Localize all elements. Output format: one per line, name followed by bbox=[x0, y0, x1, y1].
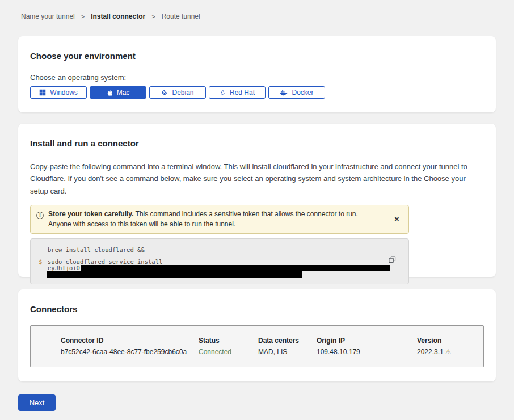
connectors-card-title: Connectors bbox=[30, 304, 484, 314]
close-icon[interactable]: ✕ bbox=[392, 216, 402, 223]
status-badge: Connected bbox=[199, 348, 258, 356]
os-button-label: Windows bbox=[50, 89, 78, 96]
debian-icon bbox=[161, 89, 168, 96]
breadcrumb-separator: > bbox=[151, 13, 155, 20]
page: Name your tunnel > Install connector > R… bbox=[0, 0, 514, 411]
code-line-token: eyJhIjoiO bbox=[48, 265, 397, 271]
os-button-group: Windows Mac Debian Red Hat bbox=[30, 86, 484, 99]
os-button-windows[interactable]: Windows bbox=[30, 86, 87, 99]
environment-card: Choose your environment Choose an operat… bbox=[18, 36, 496, 112]
redaction-bar bbox=[47, 271, 302, 278]
warning-text-bold: Store your token carefully. bbox=[48, 210, 134, 218]
code-command: $ sudo cloudflared service install eyJhI… bbox=[48, 259, 397, 278]
install-card: Install and run a connector Copy-paste t… bbox=[18, 124, 496, 277]
cell-version: 2022.3.1⚠ bbox=[417, 348, 483, 356]
code-line-brew: brew install cloudflared && bbox=[48, 247, 397, 253]
docker-icon bbox=[280, 90, 288, 96]
breadcrumb-route-tunnel[interactable]: Route tunnel bbox=[162, 12, 200, 20]
os-button-docker[interactable]: Docker bbox=[268, 86, 325, 99]
windows-icon bbox=[39, 89, 46, 96]
os-select-label: Choose an operating system: bbox=[30, 73, 484, 82]
col-header-version: Version bbox=[417, 337, 483, 345]
os-button-label: Mac bbox=[117, 89, 130, 96]
code-line-sudo: sudo cloudflared service install bbox=[48, 259, 397, 265]
cell-origin-ip: 109.48.10.179 bbox=[317, 348, 417, 356]
os-button-debian[interactable]: Debian bbox=[149, 86, 206, 99]
environment-card-title: Choose your environment bbox=[30, 51, 484, 61]
apple-icon bbox=[107, 89, 113, 96]
version-value: 2022.3.1 bbox=[417, 348, 444, 356]
warning-text: Store your token carefully. This command… bbox=[48, 209, 387, 229]
install-command-block: brew install cloudflared && $ sudo cloud… bbox=[30, 238, 409, 284]
col-header-origin-ip: Origin IP bbox=[317, 337, 417, 345]
copy-icon[interactable] bbox=[389, 256, 396, 265]
version-warning-icon: ⚠ bbox=[445, 348, 452, 356]
breadcrumb-name-your-tunnel[interactable]: Name your tunnel bbox=[21, 12, 75, 20]
token-prefix: eyJhIjoiO bbox=[48, 264, 80, 271]
install-card-title: Install and run a connector bbox=[30, 138, 480, 148]
breadcrumb-install-connector[interactable]: Install connector bbox=[91, 12, 145, 20]
install-description: Copy-paste the following command into a … bbox=[30, 161, 480, 197]
next-button[interactable]: Next bbox=[18, 394, 56, 411]
cell-connector-id: b7c52c42-6caa-48ee-8c77-fbe259cb6c0a bbox=[61, 348, 199, 356]
os-button-label: Debian bbox=[172, 89, 193, 96]
redaction-bar bbox=[81, 265, 390, 271]
breadcrumb: Name your tunnel > Install connector > R… bbox=[21, 0, 496, 20]
os-button-label: Red Hat bbox=[230, 89, 255, 96]
token-warning-banner: ! Store your token carefully. This comma… bbox=[30, 205, 409, 234]
os-button-label: Docker bbox=[292, 89, 313, 96]
os-button-redhat[interactable]: Red Hat bbox=[209, 86, 266, 99]
col-header-data-centers: Data centers bbox=[258, 337, 317, 345]
redhat-icon bbox=[220, 89, 226, 96]
connectors-card: Connectors Connector ID Status Data cent… bbox=[18, 289, 496, 381]
col-header-status: Status bbox=[199, 337, 258, 345]
connectors-table: Connector ID Status Data centers Origin … bbox=[30, 325, 484, 367]
alert-circle-icon: ! bbox=[36, 212, 44, 219]
shell-prompt: $ bbox=[39, 259, 42, 265]
cell-data-centers: MAD, LIS bbox=[258, 348, 317, 356]
os-button-mac[interactable]: Mac bbox=[90, 86, 146, 99]
breadcrumb-separator: > bbox=[81, 13, 85, 20]
col-header-connector-id: Connector ID bbox=[61, 337, 199, 345]
